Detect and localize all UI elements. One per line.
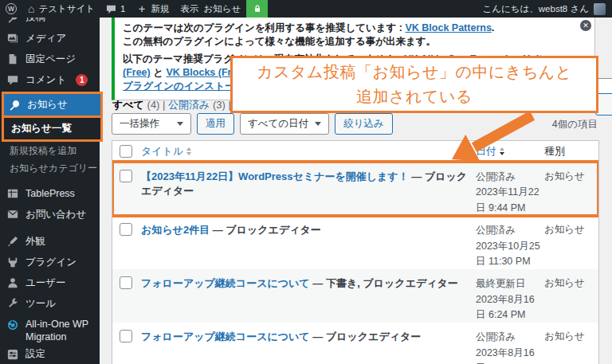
- bulk-action-select[interactable]: 一括操作: [112, 113, 191, 135]
- post-type: お知らせ: [544, 269, 598, 290]
- view-menu[interactable]: 表示: [175, 0, 202, 18]
- sidebar-item-tablepress[interactable]: TablePress: [0, 183, 100, 204]
- post-type: お知らせ: [544, 323, 598, 343]
- post-date: 日 11:30 PM: [476, 254, 544, 269]
- date-filter-select[interactable]: すべての日付: [240, 113, 329, 135]
- sidebar-subitem-add-new[interactable]: 新規投稿を追加: [0, 142, 100, 159]
- annotation-text: カスタム投稿「お知らせ」の中にきちんと: [257, 60, 572, 84]
- row-checkbox[interactable]: [120, 330, 132, 342]
- filter-published-count: (3): [213, 99, 226, 111]
- sidebar-item-users[interactable]: ユーザー: [0, 272, 100, 293]
- media-icon: [7, 33, 18, 44]
- sort-by-title-header[interactable]: タイトル: [141, 144, 191, 159]
- comments-menu[interactable]: 1: [100, 0, 131, 18]
- sidebar-label: お知らせ一覧: [11, 122, 72, 135]
- posts-table: タイトル 日付 種別 【2023年11月22日】WordPressセミナーを開催…: [112, 140, 599, 364]
- row-checkbox[interactable]: [120, 170, 132, 182]
- chevron-down-icon: [315, 122, 321, 126]
- sidebar-label: メディア: [26, 32, 66, 45]
- sidebar-label: お問い合わせ: [26, 208, 86, 221]
- sidebar-label: プラグイン: [26, 256, 76, 269]
- list-toolbar: 一括操作 適用 すべての日付 絞り込み: [112, 112, 393, 135]
- notice-line-1: このテーマは次のプラグインを利用する事を推奨しています : VK Block P…: [123, 22, 571, 35]
- sidebar-label: ツール: [26, 297, 56, 311]
- sidebar-item-settings[interactable]: 設定: [0, 344, 100, 364]
- post-title-link[interactable]: 【2023年11月22日】WordPressセミナーを開催します！: [141, 170, 409, 182]
- separator: |: [163, 99, 165, 111]
- main-content: このテーマは次のプラグインを利用する事を推奨しています : VK Block P…: [100, 18, 612, 364]
- notice-text: .: [492, 22, 494, 33]
- sort-by-date-header[interactable]: 日付: [476, 144, 504, 159]
- sidebar-item-tools[interactable]: ツール: [0, 293, 100, 314]
- select-all-checkbox[interactable]: [120, 145, 132, 158]
- sidebar-item-plugins[interactable]: プラグイン: [0, 252, 100, 272]
- sidebar-item-pages[interactable]: 固定ページ: [0, 49, 100, 69]
- row-checkbox[interactable]: [120, 276, 132, 289]
- account-menu[interactable]: こんにちは、webst8 さん: [482, 3, 612, 15]
- sort-icons: [500, 147, 504, 155]
- wordpress-logo-menu[interactable]: W: [0, 0, 22, 18]
- comments-icon: [7, 75, 18, 85]
- annotation-callout: カスタム投稿「お知らせ」の中にきちんと 追加されている: [230, 56, 598, 113]
- post-date: 日 6:23 PM: [476, 361, 544, 364]
- post-status: 公開済み: [476, 223, 544, 238]
- sidebar-subitem-notice-list[interactable]: お知らせ一覧: [4, 118, 100, 139]
- table-row: お知らせ2件目 — ブロックエディター 公開済み 2023年10月25 日 11…: [112, 216, 598, 269]
- filter-all-count: (4): [147, 99, 160, 111]
- new-content-menu[interactable]: ＋ 新規: [131, 0, 175, 18]
- sidebar-subitem-notice-category[interactable]: お知らせカテゴリー: [0, 159, 100, 177]
- view-target: お知らせ: [204, 3, 241, 15]
- plus-icon: ＋: [137, 2, 147, 16]
- sidebar-label: コメント: [26, 73, 66, 87]
- sidebar-label: ユーザー: [26, 276, 66, 290]
- table-icon: [7, 188, 18, 199]
- notices-pin-icon: [9, 100, 20, 111]
- bulk-action-label: 一括操作: [120, 117, 159, 131]
- apply-button[interactable]: 適用: [197, 113, 234, 135]
- vk-block-patterns-link[interactable]: VK Block Patterns: [405, 22, 491, 33]
- date-header-label: 日付: [476, 144, 496, 159]
- row-checkbox[interactable]: [120, 223, 132, 236]
- sidebar-item-migration[interactable]: All-in-One WP Migration: [0, 314, 100, 344]
- wrench-icon: [7, 298, 18, 309]
- filter-all-link[interactable]: すべて: [112, 99, 144, 111]
- dismiss-notice-icon[interactable]: ✕: [580, 20, 591, 31]
- post-status: 公開済み: [476, 170, 544, 185]
- comments-badge: 1: [76, 74, 88, 86]
- table-row-highlighted: 【2023年11月22日】WordPressセミナーを開催します！ — ブロック…: [112, 162, 598, 216]
- post-title-link[interactable]: フォローアップ継続コースについて: [141, 331, 310, 342]
- notice-text: このテーマは次のプラグインを利用する事を推奨しています :: [123, 22, 405, 33]
- appearance-brush-icon: [7, 236, 18, 247]
- site-name-menu[interactable]: ⌂ テストサイト: [22, 0, 100, 18]
- items-count: 4個の項目: [552, 118, 598, 131]
- view-notices-menu[interactable]: お知らせ: [202, 0, 247, 18]
- sidebar-item-contact[interactable]: お問い合わせ: [0, 204, 100, 225]
- annotation-text: 追加されている: [356, 84, 473, 109]
- table-row: フォローアップ継続コースについて — ブロックエディター 公開済み 2023年8…: [112, 323, 598, 364]
- sidebar-item-notices[interactable]: お知らせ: [4, 94, 100, 115]
- ssl-lock-button[interactable]: [246, 0, 268, 18]
- pages-icon: [7, 53, 18, 65]
- sidebar-item-comments[interactable]: コメント 1: [0, 69, 100, 90]
- post-state: — 下書き, ブロックエディター: [310, 277, 458, 289]
- chevron-down-icon: [177, 122, 183, 126]
- avatar: [594, 3, 606, 15]
- filter-button[interactable]: 絞り込み: [335, 113, 393, 135]
- sidebar-label: 外観: [26, 235, 45, 249]
- date-cell: 最終更新日 2023年8月16 日 6:24 PM: [476, 269, 544, 323]
- post-date: 2023年8月16: [476, 292, 544, 307]
- filter-published-link[interactable]: 公開済み: [168, 99, 210, 111]
- settings-icon: [7, 349, 18, 360]
- sidebar-item-appearance[interactable]: 外観: [0, 231, 100, 252]
- post-title-link[interactable]: フォローアップ継続コースについて: [141, 277, 310, 289]
- date-cell: 公開済み 2023年11月22 日 9:44 PM: [476, 162, 544, 216]
- sort-icons: [186, 147, 191, 155]
- user-icon: [7, 277, 18, 288]
- post-title-link[interactable]: お知らせ2件目: [141, 224, 210, 236]
- sidebar-label: 新規投稿を追加: [10, 144, 76, 158]
- comments-count: 1: [120, 4, 125, 14]
- migration-icon: [7, 319, 18, 331]
- sidebar-item-media[interactable]: メディア: [0, 28, 100, 49]
- post-state: — ブロックエディター: [210, 224, 321, 236]
- site-name: テストサイト: [38, 3, 95, 15]
